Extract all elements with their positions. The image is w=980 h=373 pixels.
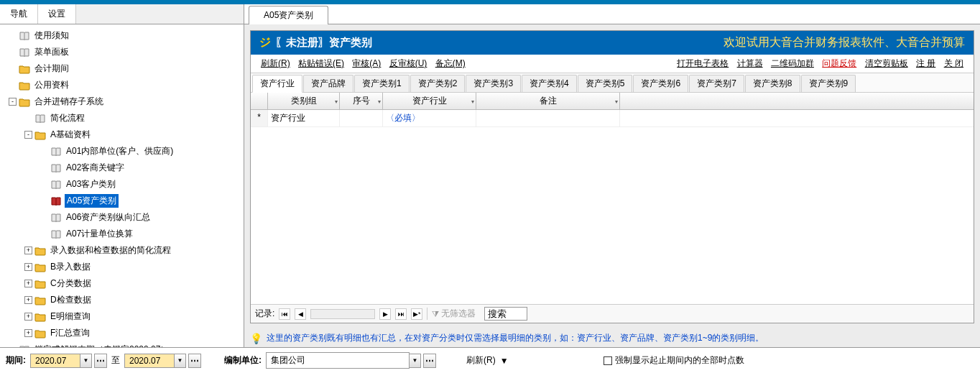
- column-header[interactable]: 序号▾: [340, 93, 383, 109]
- cell-seq[interactable]: [340, 110, 383, 126]
- chevron-down-icon[interactable]: ▾: [471, 98, 474, 104]
- tree-expander[interactable]: +: [24, 280, 32, 287]
- tree-item[interactable]: 会计期间: [0, 60, 244, 77]
- tree-expander[interactable]: -: [9, 98, 17, 106]
- period-from-value[interactable]: 2020.07: [30, 354, 80, 368]
- tree-item[interactable]: A01内部单位(客户、供应商): [0, 143, 244, 160]
- grid-body[interactable]: * 资产行业 〈必填〉: [251, 110, 974, 304]
- nav-track[interactable]: [310, 309, 375, 319]
- tree-expander[interactable]: +: [24, 247, 32, 254]
- refresh-button[interactable]: 刷新(R): [466, 354, 496, 367]
- chevron-down-icon[interactable]: ▾: [335, 98, 338, 104]
- column-header[interactable]: 类别组▾: [268, 93, 340, 109]
- table-row[interactable]: * 资产行业 〈必填〉: [251, 110, 974, 127]
- tab-settings[interactable]: 设置: [38, 4, 76, 24]
- toolbar-button[interactable]: 刷新(R): [258, 57, 293, 70]
- doc-tab-a05[interactable]: A05资产类别: [249, 6, 328, 24]
- nav-last-button[interactable]: ⏭: [395, 308, 407, 320]
- cell-remark[interactable]: [476, 110, 620, 126]
- tree-item[interactable]: -合并进销存子系统: [0, 93, 244, 110]
- toolbar-button[interactable]: 审核(A): [349, 57, 384, 70]
- nav-next-button[interactable]: ▶: [379, 308, 391, 320]
- chevron-down-icon[interactable]: ▾: [378, 98, 381, 104]
- tree-item[interactable]: 简化流程: [0, 110, 244, 126]
- tree-label: A03客户类别: [65, 178, 117, 191]
- tree-item[interactable]: +C分类数据: [0, 275, 244, 292]
- tree-expander[interactable]: -: [24, 131, 32, 139]
- ellipsis-button[interactable]: ⋯: [423, 354, 436, 368]
- tree-item[interactable]: A05资产类别: [0, 193, 244, 209]
- subtab[interactable]: 资产类别6: [633, 75, 688, 92]
- dropdown-icon[interactable]: ▼: [500, 356, 509, 366]
- book-icon: [50, 213, 62, 223]
- toolbar-link[interactable]: 关 闭: [941, 57, 966, 70]
- subtab[interactable]: 资产行业: [252, 75, 302, 93]
- tree-item[interactable]: +D检查数据: [0, 292, 244, 308]
- nav-first-button[interactable]: ⏮: [279, 308, 290, 320]
- toolbar-button[interactable]: 粘贴错误(E): [295, 57, 347, 70]
- tree-expander[interactable]: +: [24, 296, 32, 304]
- tree-expander[interactable]: +: [24, 313, 32, 321]
- search-input[interactable]: [484, 307, 527, 321]
- period-from-combo[interactable]: 2020.07 ▼ ⋯: [30, 354, 107, 368]
- tree-item[interactable]: A03客户类别: [0, 176, 244, 193]
- chevron-down-icon[interactable]: ▼: [80, 354, 92, 368]
- tree-expander[interactable]: +: [24, 263, 32, 271]
- toolbar-button[interactable]: 备忘(M): [433, 57, 468, 70]
- column-header[interactable]: 资产行业▾: [383, 93, 476, 109]
- tree-item[interactable]: A06资产类别纵向汇总: [0, 209, 244, 226]
- toolbar-link[interactable]: 计算器: [734, 57, 766, 70]
- unit-value[interactable]: 集团公司: [266, 352, 410, 369]
- column-header[interactable]: 备注▾: [476, 93, 620, 109]
- tree-expander: [40, 213, 48, 221]
- toolbar-link[interactable]: 打开电子表格: [674, 57, 731, 70]
- cell-category-group[interactable]: 资产行业: [268, 110, 340, 126]
- nav-new-button[interactable]: ▶*: [411, 308, 422, 320]
- nav-prev-button[interactable]: ◀: [295, 308, 306, 320]
- subtab[interactable]: 资产类别9: [801, 75, 856, 92]
- toolbar-button[interactable]: 反审核(U): [387, 57, 430, 70]
- chevron-down-icon[interactable]: ▾: [615, 98, 618, 104]
- tree-label: A02客商关键字: [65, 161, 126, 175]
- tree-item[interactable]: A07计量单位换算: [0, 226, 244, 242]
- tree-item[interactable]: -A基础资料: [0, 126, 244, 143]
- nav-tree[interactable]: 使用须知菜单面板会计期间公用资料-合并进销存子系统简化流程-A基础资料A01内部…: [0, 24, 244, 347]
- ellipsis-button[interactable]: ⋯: [94, 354, 107, 368]
- subtab[interactable]: 资产类别2: [410, 75, 466, 92]
- toolbar-link[interactable]: 清空剪贴板: [862, 57, 911, 70]
- folder-icon: [34, 328, 46, 339]
- chevron-down-icon[interactable]: ▼: [175, 354, 186, 368]
- toolbar-link[interactable]: 注 册: [913, 57, 938, 70]
- tree-expander[interactable]: +: [24, 329, 32, 337]
- force-display-checkbox[interactable]: 强制显示起止期间内的全部时点数: [604, 354, 744, 367]
- tree-item[interactable]: +B录入数据: [0, 259, 244, 275]
- subtab[interactable]: 资产类别4: [522, 75, 577, 92]
- subtab[interactable]: 资产品牌: [303, 75, 353, 92]
- tree-label: B录入数据: [49, 260, 92, 274]
- toolbar-link[interactable]: 二维码加群: [768, 57, 817, 70]
- toolbar-link[interactable]: 问题反馈: [819, 57, 859, 70]
- filter-button[interactable]: ⧩ 无筛选器: [427, 308, 480, 320]
- subtab[interactable]: 资产类别3: [466, 75, 521, 92]
- tree-item[interactable]: +F汇总查询: [0, 325, 244, 341]
- tree-item[interactable]: +E明细查询: [0, 308, 244, 325]
- unit-combo[interactable]: 集团公司 ▼ ⋯: [266, 352, 436, 369]
- subtab[interactable]: 资产类别5: [578, 75, 633, 92]
- tree-item[interactable]: +录入数据和检查数据的简化流程: [0, 242, 244, 259]
- tree-item[interactable]: 公用资料: [0, 77, 244, 93]
- ellipsis-button[interactable]: ⋯: [188, 354, 201, 368]
- subtab[interactable]: 资产类别8: [745, 75, 800, 92]
- tree-item[interactable]: 使用须知: [0, 27, 244, 44]
- subtab[interactable]: 资产类别7: [689, 75, 744, 92]
- chevron-down-icon[interactable]: ▼: [410, 354, 421, 368]
- subtab[interactable]: 资产类别1: [354, 75, 410, 92]
- tree-expander: [24, 114, 32, 122]
- tree-item[interactable]: A02客商关键字: [0, 160, 244, 176]
- period-to-combo[interactable]: 2020.07 ▼ ⋯: [124, 354, 201, 368]
- period-to-value[interactable]: 2020.07: [124, 354, 175, 368]
- cell-industry[interactable]: 〈必填〉: [383, 110, 476, 126]
- column-header[interactable]: [251, 93, 268, 109]
- tab-nav[interactable]: 导航: [0, 4, 38, 24]
- tree-item[interactable]: 菜单面板: [0, 44, 244, 60]
- tree-item[interactable]: 锁定或解锁本期（未锁定2020.07）: [0, 341, 244, 347]
